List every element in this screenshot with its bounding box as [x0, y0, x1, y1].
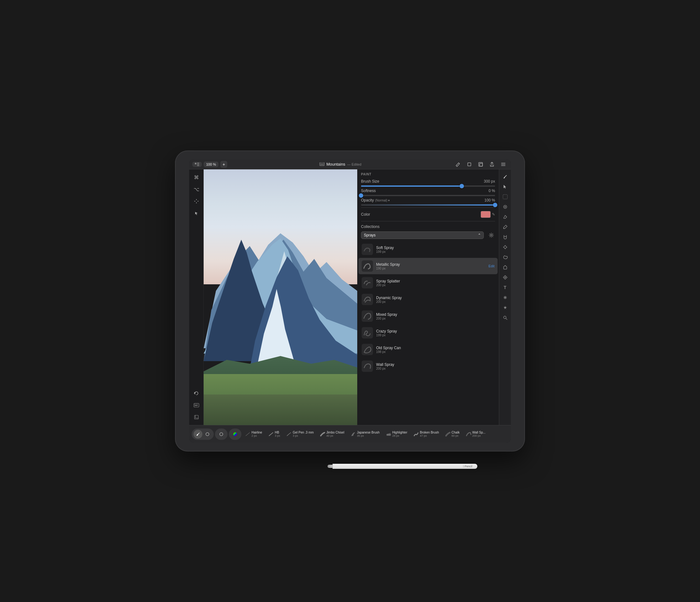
- brush-item-spray-splatter[interactable]: Spray Splatter 200 px: [358, 274, 498, 291]
- crop-canvas-button[interactable]: [191, 412, 202, 423]
- svg-rect-0: [195, 163, 196, 164]
- broken-brush-icon: [414, 431, 419, 437]
- opacity-slider[interactable]: [357, 204, 499, 206]
- smudge-icon: [503, 204, 508, 209]
- divider-1: [361, 208, 495, 208]
- svg-rect-8: [479, 163, 482, 166]
- quick-brush-hb[interactable]: HB 3 px: [266, 430, 283, 439]
- transform-tool[interactable]: [191, 196, 202, 207]
- quick-brush-gel-pen[interactable]: Gel Pen .3 mm 3 px: [284, 430, 316, 439]
- quick-brush-jimbo[interactable]: Jimbo Chisel 40 px: [318, 430, 347, 439]
- old-spray-can-name: Old Spray Can: [376, 346, 495, 350]
- svg-rect-1: [197, 163, 199, 163]
- metallic-spray-preview: [361, 260, 373, 272]
- gel-pen-info: Gel Pen .3 mm 3 px: [293, 431, 314, 437]
- cursor-tool-button[interactable]: [500, 182, 510, 191]
- pencil-text: Pencil: [465, 465, 472, 468]
- smudge-tool-button[interactable]: [500, 202, 510, 212]
- selection-icon: [194, 211, 199, 216]
- softness-slider[interactable]: [357, 194, 499, 197]
- liquify-tool-button[interactable]: [500, 252, 510, 262]
- crop-button[interactable]: [465, 160, 474, 169]
- pencil-tool-button[interactable]: [454, 160, 462, 169]
- highlighter-size: 28 px: [392, 434, 407, 437]
- brush-item-crazy-spray[interactable]: Crazy Spray 199 px: [358, 324, 498, 341]
- transform-icon: [194, 199, 199, 204]
- brush-size-slider[interactable]: [357, 185, 499, 187]
- canvas-painting: [204, 169, 357, 425]
- clone-tool-button[interactable]: [500, 263, 510, 272]
- fill-icon: [503, 235, 508, 240]
- color-edit-button[interactable]: ✎: [492, 212, 495, 217]
- svg-point-30: [504, 277, 506, 278]
- liquify-icon: [503, 255, 508, 260]
- search-tool-button[interactable]: [500, 313, 510, 322]
- hairline-icon: [245, 431, 251, 437]
- jimbo-info: Jimbo Chisel 40 px: [326, 431, 344, 437]
- brush-item-old-spray-can[interactable]: Old Spray Can 198 px: [358, 341, 498, 358]
- svg-point-37: [233, 432, 237, 436]
- quick-brush-wall-spray[interactable]: Wall Sp... 200 px: [463, 430, 488, 439]
- brush-item-soft-spray[interactable]: Soft Spray 199 px: [358, 241, 498, 258]
- color-row: Color ✎: [357, 209, 499, 220]
- svg-line-34: [506, 318, 507, 319]
- brush-item-wall-spray[interactable]: Wall Spray 200 px: [358, 358, 498, 375]
- svg-point-36: [220, 433, 223, 436]
- pen-tool-button[interactable]: [500, 273, 510, 282]
- mixed-spray-name: Mixed Spray: [376, 312, 495, 317]
- brush-item-mixed-spray[interactable]: Mixed Spray 200 px: [358, 308, 498, 324]
- wall-spray-preview: [361, 361, 373, 372]
- spray-splatter-icon: [362, 278, 372, 287]
- crop-canvas-icon: [194, 415, 199, 420]
- selection-tool[interactable]: [191, 208, 202, 218]
- undo-button[interactable]: [191, 388, 202, 399]
- selection-dots-tool[interactable]: [500, 192, 510, 201]
- collections-dropdown[interactable]: Sprays ⌃: [361, 232, 484, 239]
- zoom-button[interactable]: 100 %: [204, 162, 219, 167]
- effects-tool-button[interactable]: [500, 303, 510, 312]
- quick-brush-highlighter[interactable]: Highlighter 28 px: [383, 430, 410, 439]
- metallic-spray-edit-button[interactable]: Edit: [489, 264, 495, 268]
- fill-tool-button[interactable]: [500, 232, 510, 242]
- quick-brush-broken[interactable]: Broken Brush 47 px: [411, 430, 442, 439]
- eyedropper-tool-button[interactable]: [500, 222, 510, 232]
- quick-brush-chalk[interactable]: Chalk 60 px: [443, 430, 462, 439]
- move-tool[interactable]: ⌘: [191, 172, 202, 183]
- text-icon: T: [504, 285, 506, 290]
- eraser-icon: [205, 432, 209, 436]
- mixed-spray-preview: [361, 310, 373, 322]
- text-tool-button[interactable]: T: [500, 283, 510, 292]
- add-canvas-button[interactable]: +: [220, 161, 227, 168]
- shape-icon: [219, 432, 223, 436]
- share-button[interactable]: [488, 160, 496, 169]
- color-wheel-button[interactable]: [231, 430, 240, 439]
- quick-brush-japanese[interactable]: Japanese Brush 35 px: [348, 430, 382, 439]
- svg-rect-2: [197, 164, 199, 165]
- color-swatch[interactable]: [481, 211, 491, 218]
- modifier-tool[interactable]: ⌥: [191, 184, 202, 195]
- gallery-button[interactable]: [192, 162, 202, 167]
- brush-item-dynamic-spray[interactable]: Dynamic Spray 200 px: [358, 291, 498, 308]
- chalk-name: Chalk: [452, 431, 460, 434]
- keyboard-button[interactable]: [191, 400, 202, 411]
- quick-brush-hairline[interactable]: Hairline 2 px: [243, 430, 265, 439]
- brush-item-metallic-spray[interactable]: Metallic Spray 190 px Edit: [358, 258, 498, 274]
- paint-brush-button[interactable]: [194, 430, 202, 439]
- soft-spray-size: 199 px: [376, 250, 495, 254]
- spray-splatter-info: Spray Splatter 200 px: [376, 279, 495, 287]
- opacity-mode[interactable]: (Normal) ▾: [375, 199, 390, 202]
- metallic-spray-icon: [362, 261, 372, 271]
- wall-spray-quick-size: 200 px: [472, 434, 485, 437]
- brush-tool-button[interactable]: [500, 172, 510, 182]
- focus-blur-tool-button[interactable]: [500, 293, 510, 302]
- eraser-button[interactable]: [203, 430, 212, 439]
- collections-settings-button[interactable]: [488, 232, 495, 239]
- canvas-area[interactable]: [204, 169, 357, 425]
- collections-row: Collections: [357, 223, 499, 231]
- shape-button[interactable]: [217, 430, 226, 439]
- adjustments-tool-button[interactable]: [500, 242, 510, 252]
- erase-tool-button[interactable]: [500, 212, 510, 222]
- svg-rect-19: [196, 404, 196, 405]
- settings-button[interactable]: [499, 160, 508, 169]
- layers-button[interactable]: [476, 160, 485, 169]
